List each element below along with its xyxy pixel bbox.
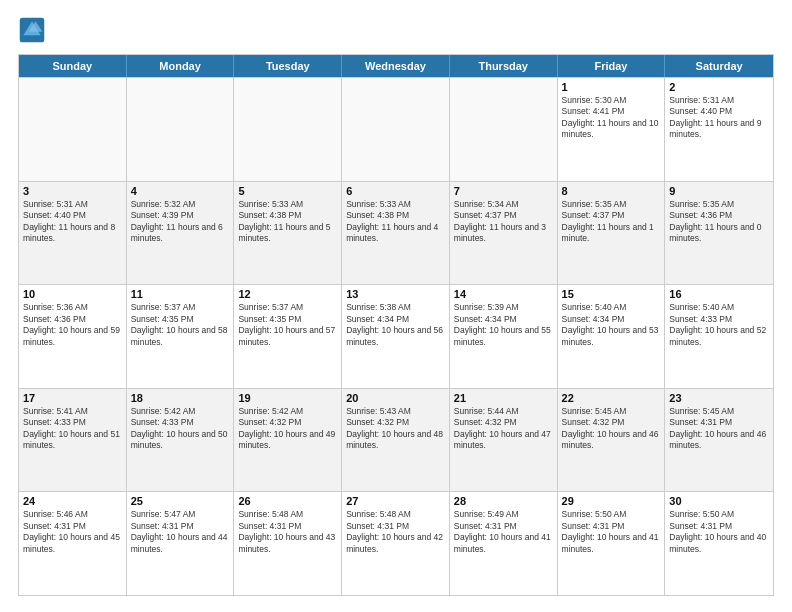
day-number: 11 [131, 288, 230, 300]
calendar-cell: 7Sunrise: 5:34 AM Sunset: 4:37 PM Daylig… [450, 182, 558, 285]
calendar-cell: 30Sunrise: 5:50 AM Sunset: 4:31 PM Dayli… [665, 492, 773, 595]
day-number: 23 [669, 392, 769, 404]
day-number: 18 [131, 392, 230, 404]
header-day-monday: Monday [127, 55, 235, 77]
cell-info: Sunrise: 5:33 AM Sunset: 4:38 PM Dayligh… [346, 199, 445, 245]
logo [18, 16, 50, 44]
cell-info: Sunrise: 5:47 AM Sunset: 4:31 PM Dayligh… [131, 509, 230, 555]
day-number: 9 [669, 185, 769, 197]
calendar-row-2: 10Sunrise: 5:36 AM Sunset: 4:36 PM Dayli… [19, 284, 773, 388]
calendar-row-3: 17Sunrise: 5:41 AM Sunset: 4:33 PM Dayli… [19, 388, 773, 492]
calendar-cell: 10Sunrise: 5:36 AM Sunset: 4:36 PM Dayli… [19, 285, 127, 388]
cell-info: Sunrise: 5:40 AM Sunset: 4:33 PM Dayligh… [669, 302, 769, 348]
cell-info: Sunrise: 5:44 AM Sunset: 4:32 PM Dayligh… [454, 406, 553, 452]
calendar-cell: 17Sunrise: 5:41 AM Sunset: 4:33 PM Dayli… [19, 389, 127, 492]
cell-info: Sunrise: 5:50 AM Sunset: 4:31 PM Dayligh… [562, 509, 661, 555]
cell-info: Sunrise: 5:49 AM Sunset: 4:31 PM Dayligh… [454, 509, 553, 555]
cell-info: Sunrise: 5:36 AM Sunset: 4:36 PM Dayligh… [23, 302, 122, 348]
day-number: 29 [562, 495, 661, 507]
calendar: SundayMondayTuesdayWednesdayThursdayFrid… [18, 54, 774, 596]
calendar-cell: 29Sunrise: 5:50 AM Sunset: 4:31 PM Dayli… [558, 492, 666, 595]
day-number: 13 [346, 288, 445, 300]
day-number: 28 [454, 495, 553, 507]
header-day-tuesday: Tuesday [234, 55, 342, 77]
calendar-body: 1Sunrise: 5:30 AM Sunset: 4:41 PM Daylig… [19, 77, 773, 595]
header-day-friday: Friday [558, 55, 666, 77]
cell-info: Sunrise: 5:42 AM Sunset: 4:32 PM Dayligh… [238, 406, 337, 452]
day-number: 16 [669, 288, 769, 300]
cell-info: Sunrise: 5:35 AM Sunset: 4:36 PM Dayligh… [669, 199, 769, 245]
calendar-cell: 12Sunrise: 5:37 AM Sunset: 4:35 PM Dayli… [234, 285, 342, 388]
cell-info: Sunrise: 5:33 AM Sunset: 4:38 PM Dayligh… [238, 199, 337, 245]
calendar-cell: 20Sunrise: 5:43 AM Sunset: 4:32 PM Dayli… [342, 389, 450, 492]
calendar-cell: 23Sunrise: 5:45 AM Sunset: 4:31 PM Dayli… [665, 389, 773, 492]
calendar-cell: 25Sunrise: 5:47 AM Sunset: 4:31 PM Dayli… [127, 492, 235, 595]
day-number: 24 [23, 495, 122, 507]
calendar-cell: 14Sunrise: 5:39 AM Sunset: 4:34 PM Dayli… [450, 285, 558, 388]
day-number: 27 [346, 495, 445, 507]
day-number: 2 [669, 81, 769, 93]
calendar-cell: 27Sunrise: 5:48 AM Sunset: 4:31 PM Dayli… [342, 492, 450, 595]
calendar-cell [450, 78, 558, 181]
cell-info: Sunrise: 5:48 AM Sunset: 4:31 PM Dayligh… [238, 509, 337, 555]
day-number: 5 [238, 185, 337, 197]
day-number: 8 [562, 185, 661, 197]
cell-info: Sunrise: 5:34 AM Sunset: 4:37 PM Dayligh… [454, 199, 553, 245]
day-number: 20 [346, 392, 445, 404]
header-day-saturday: Saturday [665, 55, 773, 77]
cell-info: Sunrise: 5:32 AM Sunset: 4:39 PM Dayligh… [131, 199, 230, 245]
day-number: 26 [238, 495, 337, 507]
calendar-cell: 5Sunrise: 5:33 AM Sunset: 4:38 PM Daylig… [234, 182, 342, 285]
calendar-row-1: 3Sunrise: 5:31 AM Sunset: 4:40 PM Daylig… [19, 181, 773, 285]
cell-info: Sunrise: 5:48 AM Sunset: 4:31 PM Dayligh… [346, 509, 445, 555]
calendar-cell: 3Sunrise: 5:31 AM Sunset: 4:40 PM Daylig… [19, 182, 127, 285]
header-day-thursday: Thursday [450, 55, 558, 77]
calendar-cell: 21Sunrise: 5:44 AM Sunset: 4:32 PM Dayli… [450, 389, 558, 492]
calendar-cell [342, 78, 450, 181]
logo-icon [18, 16, 46, 44]
cell-info: Sunrise: 5:40 AM Sunset: 4:34 PM Dayligh… [562, 302, 661, 348]
header-day-wednesday: Wednesday [342, 55, 450, 77]
calendar-cell: 13Sunrise: 5:38 AM Sunset: 4:34 PM Dayli… [342, 285, 450, 388]
calendar-cell: 15Sunrise: 5:40 AM Sunset: 4:34 PM Dayli… [558, 285, 666, 388]
calendar-cell: 26Sunrise: 5:48 AM Sunset: 4:31 PM Dayli… [234, 492, 342, 595]
calendar-cell: 19Sunrise: 5:42 AM Sunset: 4:32 PM Dayli… [234, 389, 342, 492]
cell-info: Sunrise: 5:35 AM Sunset: 4:37 PM Dayligh… [562, 199, 661, 245]
calendar-cell: 6Sunrise: 5:33 AM Sunset: 4:38 PM Daylig… [342, 182, 450, 285]
day-number: 21 [454, 392, 553, 404]
calendar-cell: 18Sunrise: 5:42 AM Sunset: 4:33 PM Dayli… [127, 389, 235, 492]
day-number: 6 [346, 185, 445, 197]
cell-info: Sunrise: 5:50 AM Sunset: 4:31 PM Dayligh… [669, 509, 769, 555]
header [18, 16, 774, 44]
cell-info: Sunrise: 5:30 AM Sunset: 4:41 PM Dayligh… [562, 95, 661, 141]
calendar-row-4: 24Sunrise: 5:46 AM Sunset: 4:31 PM Dayli… [19, 491, 773, 595]
calendar-cell: 1Sunrise: 5:30 AM Sunset: 4:41 PM Daylig… [558, 78, 666, 181]
calendar-cell: 11Sunrise: 5:37 AM Sunset: 4:35 PM Dayli… [127, 285, 235, 388]
day-number: 22 [562, 392, 661, 404]
cell-info: Sunrise: 5:45 AM Sunset: 4:32 PM Dayligh… [562, 406, 661, 452]
calendar-cell: 9Sunrise: 5:35 AM Sunset: 4:36 PM Daylig… [665, 182, 773, 285]
cell-info: Sunrise: 5:41 AM Sunset: 4:33 PM Dayligh… [23, 406, 122, 452]
cell-info: Sunrise: 5:37 AM Sunset: 4:35 PM Dayligh… [238, 302, 337, 348]
day-number: 10 [23, 288, 122, 300]
header-day-sunday: Sunday [19, 55, 127, 77]
day-number: 25 [131, 495, 230, 507]
calendar-row-0: 1Sunrise: 5:30 AM Sunset: 4:41 PM Daylig… [19, 77, 773, 181]
calendar-cell [127, 78, 235, 181]
cell-info: Sunrise: 5:31 AM Sunset: 4:40 PM Dayligh… [669, 95, 769, 141]
cell-info: Sunrise: 5:43 AM Sunset: 4:32 PM Dayligh… [346, 406, 445, 452]
cell-info: Sunrise: 5:31 AM Sunset: 4:40 PM Dayligh… [23, 199, 122, 245]
cell-info: Sunrise: 5:45 AM Sunset: 4:31 PM Dayligh… [669, 406, 769, 452]
day-number: 17 [23, 392, 122, 404]
day-number: 1 [562, 81, 661, 93]
calendar-cell: 16Sunrise: 5:40 AM Sunset: 4:33 PM Dayli… [665, 285, 773, 388]
calendar-cell: 28Sunrise: 5:49 AM Sunset: 4:31 PM Dayli… [450, 492, 558, 595]
cell-info: Sunrise: 5:38 AM Sunset: 4:34 PM Dayligh… [346, 302, 445, 348]
page: SundayMondayTuesdayWednesdayThursdayFrid… [0, 0, 792, 612]
cell-info: Sunrise: 5:37 AM Sunset: 4:35 PM Dayligh… [131, 302, 230, 348]
calendar-cell [19, 78, 127, 181]
cell-info: Sunrise: 5:46 AM Sunset: 4:31 PM Dayligh… [23, 509, 122, 555]
day-number: 14 [454, 288, 553, 300]
calendar-header: SundayMondayTuesdayWednesdayThursdayFrid… [19, 55, 773, 77]
calendar-cell: 22Sunrise: 5:45 AM Sunset: 4:32 PM Dayli… [558, 389, 666, 492]
